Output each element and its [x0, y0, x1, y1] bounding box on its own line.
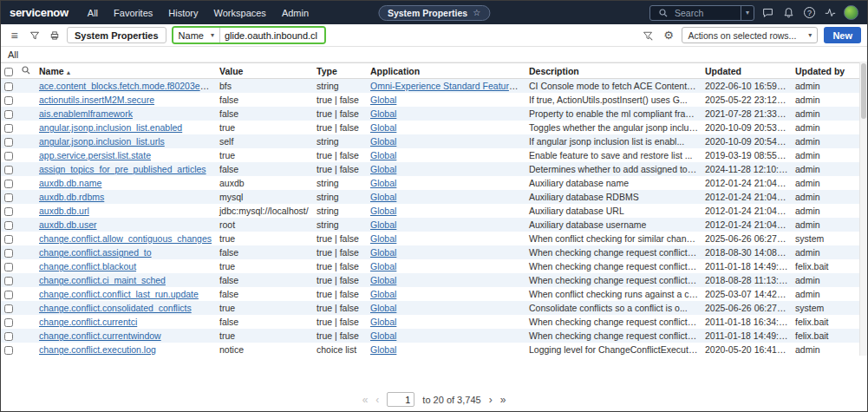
table-row[interactable]: auxdb.db.rdbmsmysqlstringGlobalAuxiliary… — [1, 190, 860, 204]
row-select-cell[interactable] — [1, 148, 18, 162]
column-search-header[interactable] — [18, 63, 36, 79]
vertical-scrollbar[interactable] — [859, 62, 867, 356]
table-row[interactable]: app.service.persist.list.statetruetrue |… — [1, 148, 860, 162]
name-cell[interactable]: assign_topics_for_pre_published_articles — [36, 162, 216, 176]
application-link[interactable]: Global — [370, 219, 396, 230]
property-name-link[interactable]: auxdb.db.user — [39, 219, 97, 230]
application-cell[interactable]: Global — [367, 218, 525, 232]
row-select-cell[interactable] — [1, 232, 18, 245]
application-link[interactable]: Global — [370, 108, 396, 119]
property-name-link[interactable]: change.conflict.currentwindow — [39, 330, 161, 341]
application-link[interactable]: Global — [370, 275, 396, 285]
row-select-cell[interactable] — [1, 190, 18, 204]
filter-icon[interactable] — [27, 28, 42, 43]
table-row[interactable]: angular.jsonp.inclusion_list.urlsselfstr… — [1, 134, 860, 148]
name-cell[interactable]: ais.enablemlframework — [36, 107, 216, 121]
row-select-cell[interactable] — [1, 343, 18, 356]
application-link[interactable]: Global — [370, 164, 396, 174]
application-cell[interactable]: Global — [367, 162, 525, 176]
property-name-link[interactable]: actionutils.insertM2M.secure — [39, 95, 154, 105]
row-checkbox[interactable] — [4, 221, 13, 230]
name-cell[interactable]: auxdb.db.name — [36, 176, 216, 190]
table-row[interactable]: change.conflict.ci_maint_schedfalsetrue … — [1, 273, 860, 287]
application-link[interactable]: Global — [370, 289, 396, 299]
application-link[interactable]: Global — [370, 344, 396, 355]
application-link[interactable]: Global — [370, 150, 396, 160]
application-cell[interactable]: Global — [367, 148, 525, 162]
application-cell[interactable]: Global — [367, 134, 525, 148]
search-field-selector[interactable]: Name ▾ — [173, 28, 220, 43]
column-header-application[interactable]: Application — [367, 63, 525, 79]
property-name-link[interactable]: auxdb.db.name — [39, 178, 101, 188]
property-name-link[interactable]: angular.jsonp.inclusion_list.enabled — [39, 122, 182, 133]
row-select-cell[interactable] — [1, 273, 18, 287]
name-cell[interactable]: auxdb.db.url — [36, 204, 216, 218]
property-name-link[interactable]: change.conflict.currentci — [39, 317, 137, 327]
table-row[interactable]: change.conflict.currentcifalsetrue | fal… — [1, 315, 860, 329]
name-cell[interactable]: change.conflict.currentci — [36, 315, 216, 329]
activity-icon[interactable] — [823, 5, 838, 20]
nav-item-workspaces[interactable]: Workspaces — [214, 8, 266, 18]
table-row[interactable]: change.conflict.allow_contiguous_changes… — [1, 232, 860, 245]
name-cell[interactable]: change.conflict.assigned_to — [36, 245, 216, 259]
nav-item-history[interactable]: History — [168, 8, 198, 18]
user-avatar[interactable] — [844, 5, 858, 20]
breadcrumb-all-link[interactable]: All — [8, 49, 18, 60]
property-name-link[interactable]: change.conflict.assigned_to — [39, 247, 152, 258]
table-row[interactable]: auxdb.db.nameauxdbstringGlobalAuxiliary … — [1, 176, 860, 190]
table-row[interactable]: change.conflict.consolidated_conflictstr… — [1, 301, 860, 315]
row-checkbox[interactable] — [4, 291, 13, 299]
first-page-icon[interactable]: « — [362, 395, 369, 405]
row-checkbox[interactable] — [4, 304, 13, 313]
property-name-link[interactable]: auxdb.db.url — [39, 206, 89, 216]
table-row[interactable]: change.conflict.blackouttruetrue | false… — [1, 259, 860, 273]
property-name-link[interactable]: ace.content_blocks.fetch.mode.f80203e4c3… — [39, 81, 216, 91]
new-button[interactable]: New — [824, 27, 861, 43]
property-name-link[interactable]: change.conflict.allow_contiguous_changes — [39, 233, 212, 244]
name-cell[interactable]: angular.jsonp.inclusion_list.urls — [36, 134, 216, 148]
property-name-link[interactable]: app.service.persist.list.state — [39, 150, 151, 160]
table-row[interactable]: change.conflict.assigned_tofalsetrue | f… — [1, 245, 860, 259]
table-row[interactable]: change.conflict.conflict_last_run.update… — [1, 287, 860, 301]
property-name-link[interactable]: auxdb.db.rdbms — [39, 192, 104, 202]
notifications-icon[interactable] — [781, 5, 796, 20]
name-cell[interactable]: change.conflict.currentwindow — [36, 329, 216, 343]
row-checkbox[interactable] — [4, 207, 13, 216]
previous-page-icon[interactable]: ‹ — [375, 395, 379, 405]
application-link[interactable]: Global — [370, 247, 396, 258]
page-number-input[interactable] — [387, 392, 414, 407]
name-cell[interactable]: auxdb.db.rdbms — [36, 190, 216, 204]
row-checkbox[interactable] — [4, 263, 13, 271]
table-row[interactable]: ais.enablemlframeworkfalsetrue | falseGl… — [1, 107, 860, 121]
application-link[interactable]: Omni-Experience Standard Feature Set — [370, 81, 525, 91]
name-cell[interactable]: change.conflict.execution.log — [36, 343, 216, 356]
table-row[interactable]: actionutils.insertM2M.securefalsetrue | … — [1, 93, 860, 107]
application-cell[interactable]: Omni-Experience Standard Feature Set — [367, 79, 525, 94]
row-checkbox[interactable] — [4, 152, 13, 160]
name-cell[interactable]: change.conflict.conflict_last_run.update — [36, 287, 216, 301]
context-pill[interactable]: System Properties ☆ — [378, 5, 490, 21]
property-name-link[interactable]: assign_topics_for_pre_published_articles — [39, 164, 206, 174]
row-checkbox[interactable] — [4, 249, 13, 258]
print-icon[interactable] — [47, 28, 62, 43]
row-select-cell[interactable] — [1, 176, 18, 190]
search-scope-dropdown[interactable]: ▾ — [741, 6, 754, 20]
last-page-icon[interactable]: » — [500, 395, 506, 405]
nav-item-favorites[interactable]: Favorites — [114, 8, 153, 18]
global-search[interactable]: Search ▾ — [649, 5, 754, 21]
property-name-link[interactable]: change.conflict.conflict_last_run.update — [39, 289, 199, 299]
application-cell[interactable]: Global — [367, 107, 525, 121]
row-select-cell[interactable] — [1, 315, 18, 329]
star-icon[interactable]: ☆ — [473, 8, 480, 17]
select-all-checkbox[interactable] — [4, 68, 13, 76]
name-cell[interactable]: change.conflict.consolidated_conflicts — [36, 301, 216, 315]
column-header-value[interactable]: Value — [216, 63, 313, 79]
name-cell[interactable]: change.conflict.blackout — [36, 259, 216, 273]
row-checkbox[interactable] — [4, 318, 13, 327]
row-checkbox[interactable] — [4, 193, 13, 202]
table-row[interactable]: ace.content_blocks.fetch.mode.f80203e4c3… — [1, 79, 860, 94]
name-cell[interactable]: auxdb.db.user — [36, 218, 216, 232]
application-link[interactable]: Global — [370, 330, 396, 341]
row-checkbox[interactable] — [4, 96, 13, 105]
row-checkbox[interactable] — [4, 277, 13, 285]
